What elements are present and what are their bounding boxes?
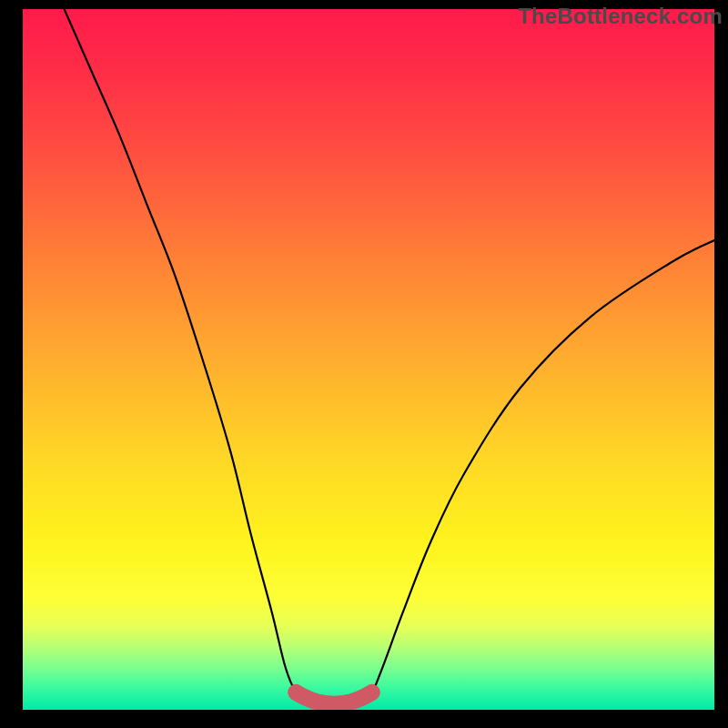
highlight-minimum — [296, 693, 372, 704]
plot-area — [23, 9, 714, 710]
curve-layer — [23, 9, 714, 710]
watermark-text: TheBottleneck.com — [518, 4, 723, 29]
bottleneck-curve — [65, 9, 714, 704]
chart-frame: TheBottleneck.com — [0, 0, 728, 728]
